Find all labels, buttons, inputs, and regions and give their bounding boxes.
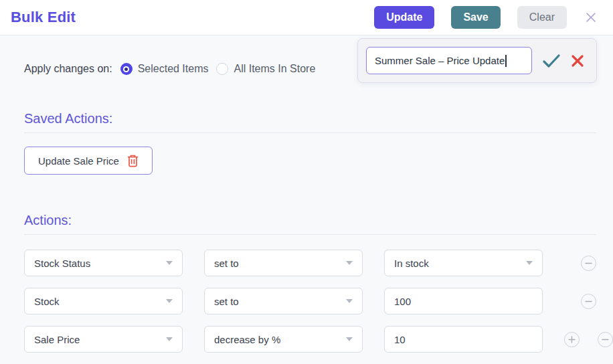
chevron-down-icon — [346, 261, 353, 265]
chevron-down-icon — [526, 261, 533, 265]
row-icons — [564, 294, 596, 309]
field-select-value: Stock — [34, 296, 60, 307]
radio-all-items-label: All Items In Store — [234, 63, 315, 75]
saved-action-item[interactable]: Update Sale Price — [24, 147, 153, 175]
row-icons — [564, 256, 596, 271]
field-select-value: Sale Price — [34, 334, 80, 345]
save-action-name-popup: Summer Sale – Price Update — [357, 38, 597, 83]
operation-select-value: set to — [214, 296, 239, 307]
header-actions: Update Save Clear — [374, 6, 598, 29]
confirm-check-icon[interactable] — [542, 54, 561, 68]
actions-divider — [24, 234, 596, 235]
remove-row-icon[interactable] — [598, 332, 613, 347]
modal-body: Summer Sale – Price Update Apply changes… — [0, 35, 613, 364]
action-name-value: Summer Sale – Price Update — [375, 55, 505, 66]
apply-changes-label: Apply changes on: — [24, 63, 112, 75]
operation-select-value: set to — [214, 258, 239, 269]
field-select-value: Stock Status — [34, 258, 90, 269]
field-select[interactable]: Sale Price — [24, 326, 183, 353]
value-select[interactable]: In stock — [384, 250, 543, 276]
action-row: Sale Price decrease by % — [24, 326, 596, 353]
text-cursor — [505, 55, 507, 67]
action-row: Stock Status set to In stock — [24, 250, 596, 276]
operation-select-value: decrease by % — [214, 334, 280, 345]
action-name-input[interactable]: Summer Sale – Price Update — [366, 47, 532, 74]
chevron-down-icon — [166, 299, 173, 303]
radio-selected-items-label: Selected Items — [138, 63, 209, 75]
saved-actions-divider — [24, 132, 596, 133]
operation-select[interactable]: set to — [204, 250, 363, 276]
radio-selected-icon[interactable] — [120, 63, 133, 75]
trash-icon[interactable] — [127, 155, 139, 167]
value-select-value: In stock — [394, 258, 429, 269]
actions-heading: Actions: — [24, 213, 596, 228]
field-select[interactable]: Stock Status — [24, 250, 183, 276]
modal-header: Bulk Edit Update Save Clear — [0, 0, 613, 35]
chevron-down-icon — [166, 337, 173, 341]
cancel-x-icon[interactable] — [571, 54, 584, 68]
remove-row-icon[interactable] — [581, 256, 596, 271]
operation-select[interactable]: set to — [204, 288, 363, 314]
value-input[interactable] — [384, 288, 543, 314]
chevron-down-icon — [346, 337, 353, 341]
radio-selected-items[interactable]: Selected Items — [120, 63, 209, 75]
row-icons — [564, 332, 613, 347]
add-row-icon[interactable] — [564, 332, 580, 347]
bulk-edit-modal: Bulk Edit Update Save Clear Summer Sale … — [0, 0, 613, 364]
page-title: Bulk Edit — [11, 9, 76, 26]
save-button[interactable]: Save — [451, 6, 500, 29]
update-button[interactable]: Update — [374, 6, 434, 29]
value-input[interactable] — [384, 326, 543, 353]
action-rows: Stock Status set to In stock — [24, 250, 596, 353]
radio-unselected-icon[interactable] — [216, 63, 228, 75]
close-icon[interactable] — [584, 10, 598, 25]
radio-all-items[interactable]: All Items In Store — [216, 63, 315, 75]
operation-select[interactable]: decrease by % — [204, 326, 363, 353]
field-select[interactable]: Stock — [24, 288, 183, 314]
action-row: Stock set to — [24, 288, 596, 314]
saved-action-label: Update Sale Price — [38, 155, 119, 167]
chevron-down-icon — [166, 261, 173, 265]
chevron-down-icon — [346, 299, 353, 303]
saved-actions-heading: Saved Actions: — [24, 111, 596, 126]
remove-row-icon[interactable] — [581, 294, 596, 309]
clear-button[interactable]: Clear — [517, 6, 567, 29]
